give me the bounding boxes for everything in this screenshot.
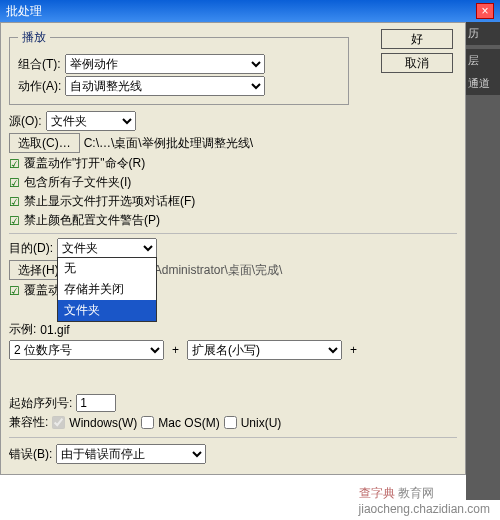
set-select[interactable]: 举例动作 bbox=[65, 54, 265, 74]
error-select[interactable]: 由于错误而停止 bbox=[56, 444, 206, 464]
cb-suppress-color[interactable]: 禁止颜色配置文件警告(P) bbox=[24, 212, 160, 229]
tab-channels[interactable]: 通道 bbox=[466, 72, 500, 95]
dest-select[interactable]: 文件夹 bbox=[57, 238, 157, 258]
set-label: 组合(T): bbox=[18, 56, 61, 73]
source-select[interactable]: 文件夹 bbox=[46, 111, 136, 131]
start-label: 起始序列号: bbox=[9, 395, 72, 412]
error-label: 错误(B): bbox=[9, 446, 52, 463]
cb-subfolders[interactable]: 包含所有子文件夹(I) bbox=[24, 174, 131, 191]
tab-history[interactable]: 历 bbox=[466, 22, 500, 45]
dest-menu-folder[interactable]: 文件夹 bbox=[58, 300, 156, 321]
compat-win-checkbox bbox=[52, 416, 65, 429]
watermark: 查字典 教育网 jiaocheng.chazidian.com bbox=[359, 485, 490, 516]
dest-menu-save[interactable]: 存储并关闭 bbox=[58, 279, 156, 300]
batch-dialog: 好 取消 播放 组合(T): 举例动作 动作(A): 自动调整光线 源(O): … bbox=[0, 22, 466, 475]
example-label: 示例: bbox=[9, 321, 36, 338]
close-icon[interactable]: × bbox=[476, 3, 494, 19]
compat-unix-checkbox[interactable] bbox=[224, 416, 237, 429]
compat-mac-label[interactable]: Mac OS(M) bbox=[158, 416, 219, 430]
ok-button[interactable]: 好 bbox=[381, 29, 453, 49]
source-path: C:\…\桌面\举例批处理调整光线\ bbox=[84, 135, 253, 152]
naming-seq-select[interactable]: 2 位数序号 bbox=[9, 340, 164, 360]
window-title: 批处理 bbox=[6, 3, 42, 20]
example-value: 01.gif bbox=[40, 323, 69, 337]
compat-win-label: Windows(W) bbox=[69, 416, 137, 430]
checkbox-icon[interactable]: ☑ bbox=[9, 214, 20, 228]
source-label: 源(O): bbox=[9, 113, 42, 130]
naming-ext-select[interactable]: 扩展名(小写) bbox=[187, 340, 342, 360]
tab-layers[interactable]: 层 bbox=[466, 49, 500, 72]
checkbox-icon[interactable]: ☑ bbox=[9, 176, 20, 190]
dest-menu: 无 存储并关闭 文件夹 bbox=[57, 257, 157, 322]
action-select[interactable]: 自动调整光线 bbox=[65, 76, 265, 96]
compat-label: 兼容性: bbox=[9, 414, 48, 431]
plus-icon: + bbox=[346, 343, 361, 357]
plus-icon: + bbox=[168, 343, 183, 357]
start-input[interactable] bbox=[76, 394, 116, 412]
checkbox-icon[interactable]: ☑ bbox=[9, 284, 20, 298]
right-palette: 历 层 通道 bbox=[466, 22, 500, 500]
cb-override-open[interactable]: 覆盖动作"打开"命令(R) bbox=[24, 155, 145, 172]
cb-suppress-open[interactable]: 禁止显示文件打开选项对话框(F) bbox=[24, 193, 195, 210]
cancel-button[interactable]: 取消 bbox=[381, 53, 453, 73]
checkbox-icon[interactable]: ☑ bbox=[9, 195, 20, 209]
dest-label: 目的(D): bbox=[9, 240, 53, 257]
playback-group: 播放 组合(T): 举例动作 动作(A): 自动调整光线 bbox=[9, 29, 349, 105]
playback-legend: 播放 bbox=[18, 29, 50, 46]
compat-mac-checkbox[interactable] bbox=[141, 416, 154, 429]
action-label: 动作(A): bbox=[18, 78, 61, 95]
compat-unix-label[interactable]: Unix(U) bbox=[241, 416, 282, 430]
dest-menu-none[interactable]: 无 bbox=[58, 258, 156, 279]
choose-source-button[interactable]: 选取(C)… bbox=[9, 133, 80, 153]
checkbox-icon[interactable]: ☑ bbox=[9, 157, 20, 171]
